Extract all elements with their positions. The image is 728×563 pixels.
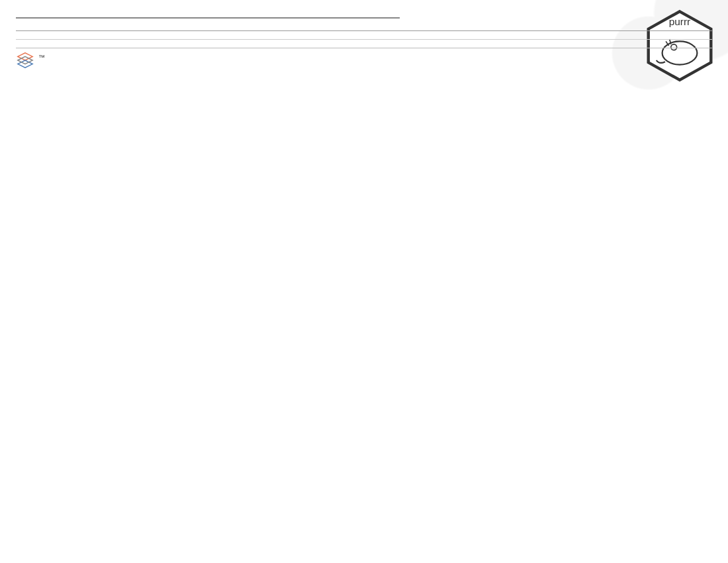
posit-logo: ™ <box>16 51 45 70</box>
section-map-functions <box>16 16 400 19</box>
shortcuts-grid <box>16 30 712 35</box>
posit-icon <box>16 51 34 70</box>
footer: ™ <box>16 48 712 70</box>
index-note <box>16 39 712 44</box>
